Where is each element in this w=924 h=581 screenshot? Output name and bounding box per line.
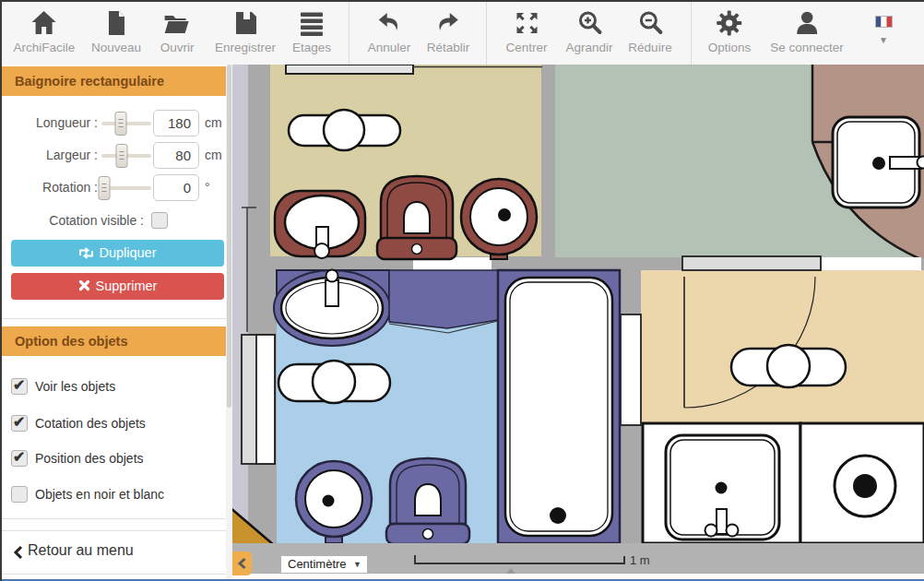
chevron-down-icon: ▼ (872, 35, 894, 45)
zoom-out-icon (635, 8, 665, 38)
window-top[interactable] (286, 65, 413, 74)
length-slider[interactable] (101, 122, 151, 125)
duplicate-icon (78, 247, 94, 259)
sink-square-bw[interactable] (666, 435, 779, 540)
floor-plan-svg (232, 65, 924, 581)
towel-radiator-tan[interactable] (731, 345, 846, 387)
archifacile-window: ArchiFacile Nouveau Ouvrir Enregistrer E… (0, 0, 924, 581)
object-panel-title: Baignoire rectangulaire (2, 66, 232, 96)
toolbar-label: Etages (292, 41, 331, 54)
open-folder-icon (162, 8, 192, 38)
zoom-in-icon (575, 8, 604, 38)
sidebar-collapse-button[interactable] (232, 551, 252, 575)
layers-list-icon (297, 8, 326, 38)
visible-dimension-row: Cotation visible : (2, 208, 232, 234)
show-objects-checkbox[interactable] (11, 378, 28, 395)
visible-dimension-checkbox[interactable] (151, 212, 168, 229)
toolbar-zoom-out-button[interactable]: Réduire (628, 8, 671, 54)
floor-plan-canvas[interactable]: Centimètre ▼ 1 m (232, 65, 924, 581)
option-row: Voir les objets (2, 378, 232, 395)
length-slider-handle[interactable] (114, 112, 126, 136)
bathtub-selected[interactable] (498, 270, 620, 543)
counter-sink-oval-purple[interactable] (274, 270, 390, 347)
toilet-purple[interactable] (386, 458, 469, 544)
rotation-input[interactable]: 0 (153, 174, 199, 201)
toolbar-label: Rétablir (427, 41, 470, 54)
rotation-slider[interactable] (101, 186, 151, 190)
toolbar-label: Enregistrer (215, 41, 276, 54)
rotation-label: Rotation : (2, 174, 98, 201)
length-row: Longueur : 180 cm (2, 110, 232, 136)
toolbar-floors-button[interactable]: Etages (292, 8, 331, 54)
toolbar-label: Options (708, 41, 752, 54)
sink-oval-maroon[interactable] (275, 191, 365, 258)
toolbar-home-button[interactable]: ArchiFacile (14, 8, 76, 54)
window-left[interactable] (242, 335, 275, 464)
toolbar-save-button[interactable]: Enregistrer (215, 8, 276, 54)
width-unit: cm (205, 142, 222, 169)
outside-area (232, 65, 248, 543)
panel-divider (2, 574, 232, 575)
option-label: Objets en noir et blanc (35, 486, 164, 503)
option-label: Position des objets (35, 450, 144, 467)
width-slider-handle[interactable] (115, 144, 127, 168)
option-row: Cotation des objets (2, 415, 232, 432)
toilet-maroon[interactable] (377, 176, 456, 259)
sink-square-mauve[interactable] (833, 117, 924, 208)
bw-objects-checkbox[interactable] (11, 486, 28, 503)
panel-divider (2, 518, 232, 519)
center-expand-icon (512, 8, 541, 38)
window-green-tan[interactable] (682, 256, 821, 270)
toolbar-login-button[interactable]: Se connecter (770, 8, 844, 54)
options-panel-title: Option des objets (2, 326, 232, 356)
chevron-left-icon (13, 545, 23, 560)
window-blue-tan[interactable] (621, 314, 641, 425)
gear-icon (715, 8, 744, 38)
toolbar-center-button[interactable]: Centrer (505, 8, 547, 54)
language-selector[interactable]: ▼ (872, 15, 894, 45)
width-label: Largeur : (2, 142, 98, 169)
toolbar-options-button[interactable]: Options (708, 8, 752, 54)
panel-divider (2, 318, 232, 319)
position-objects-checkbox[interactable] (11, 450, 28, 467)
width-input[interactable]: 80 (153, 142, 199, 169)
toolbar-redo-button[interactable]: Rétablir (427, 8, 470, 54)
back-to-menu-link[interactable]: Retour au menu (2, 530, 232, 574)
toolbar-label: Annuler (368, 41, 411, 54)
home-icon (30, 8, 59, 38)
rotation-slider-handle[interactable] (99, 176, 111, 200)
save-floppy-icon (231, 8, 260, 38)
delete-x-icon (78, 279, 90, 291)
chevron-down-icon: ▼ (353, 556, 361, 573)
french-flag-icon (875, 16, 893, 28)
toolbar-new-button[interactable]: Nouveau (91, 8, 141, 54)
toolbar-separator (691, 2, 692, 65)
toolbar-label: Agrandir (565, 41, 612, 54)
scale-label: 1 m (630, 553, 650, 567)
toolbar-open-button[interactable]: Ouvrir (160, 8, 195, 54)
rotation-unit: ° (205, 174, 210, 201)
toolbar-zoom-in-button[interactable]: Agrandir (565, 8, 612, 54)
toolbar-undo-button[interactable]: Annuler (368, 8, 411, 54)
sidebar: Baignoire rectangulaire Longueur : 180 c… (2, 65, 232, 581)
washing-machine-bw[interactable] (835, 456, 895, 516)
option-label: Voir les objets (35, 378, 115, 395)
width-slider[interactable] (101, 154, 151, 158)
user-icon (792, 8, 822, 38)
sidebar-scrollbar-thumb[interactable] (227, 65, 231, 408)
towel-radiator-blue[interactable] (278, 361, 390, 403)
toolbar-separator (349, 2, 349, 65)
delete-button[interactable]: Supprimer (11, 273, 224, 300)
toolbar-label: Nouveau (91, 41, 141, 54)
length-input[interactable]: 180 (153, 110, 199, 136)
visible-dimension-label: Cotation visible : (2, 208, 144, 234)
unit-dropdown[interactable]: Centimètre ▼ (281, 556, 367, 573)
width-row: Largeur : 80 cm (2, 142, 232, 169)
duplicate-button[interactable]: Dupliquer (11, 240, 224, 267)
towel-radiator-olive[interactable] (289, 110, 400, 150)
option-row: Position des objets (2, 450, 232, 467)
door-opening-tan[interactable] (822, 257, 921, 270)
dimension-objects-checkbox[interactable] (11, 415, 28, 432)
toolbar-label: Réduire (628, 41, 671, 54)
chevron-left-icon (237, 557, 247, 570)
